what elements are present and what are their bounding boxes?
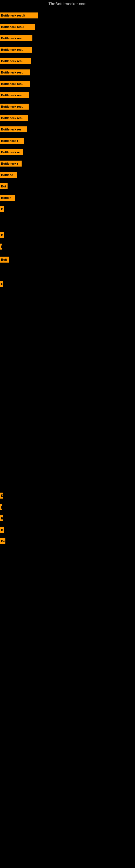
bar-row: E (0, 493, 3, 499)
bar-label: B (0, 232, 4, 238)
bar-row: | (0, 504, 2, 510)
bar-label: Bottleneck resu (0, 35, 32, 41)
bar-label: Bottleneck resu (0, 104, 29, 110)
bar-label: B (0, 527, 4, 533)
bar-label: Bottleneck resu (0, 115, 28, 121)
bar-row: Bottleneck resu (0, 104, 29, 110)
bar-label: Bottleneck resu (0, 92, 29, 98)
bar-label: Bottleneck r (0, 138, 24, 144)
bar-row: Bottleneck resu (0, 115, 28, 121)
bar-label: Bottlene (0, 172, 17, 178)
bar-row: Bottleneck r (0, 161, 21, 166)
bar-row: Bottleneck resu (0, 69, 30, 75)
bar-label: | (0, 244, 2, 250)
bar-row: Bottleneck resu (0, 81, 30, 87)
bar-row: Bo (0, 538, 5, 544)
bar-label: E (0, 516, 3, 521)
site-title: TheBottlenecker.com (0, 0, 135, 7)
bar-label: Bottleneck resu (0, 58, 31, 64)
bar-label: Bott (0, 257, 9, 262)
bar-row: Bottleneck r (0, 138, 24, 144)
bar-row: Bottleneck resul (0, 24, 35, 30)
bar-label: Bottleneck resu (0, 46, 32, 53)
bar-row: Bottleneck res (0, 126, 27, 132)
bar-row: Bottleneck resu (0, 46, 32, 53)
bar-label: Bottleneck r (0, 161, 21, 166)
bar-label: B (0, 206, 4, 212)
bar-row: E (0, 281, 3, 287)
bar-row: Bottlene (0, 172, 17, 178)
bar-row: E (0, 516, 3, 521)
bar-row: Bott (0, 257, 9, 262)
bar-row: Bottleneck resu (0, 58, 31, 64)
bar-label: E (0, 281, 3, 287)
bar-row: B (0, 232, 4, 238)
bar-row: | (0, 244, 2, 250)
bar-label: Bo (0, 538, 5, 544)
bar-row: Bottleneck re (0, 149, 23, 155)
bar-label: E (0, 493, 3, 499)
bar-row: Bot (0, 183, 8, 189)
bar-label: | (0, 504, 2, 510)
bar-row: B (0, 206, 4, 212)
bar-label: Bot (0, 183, 8, 189)
bar-label: Bottleneck resu (0, 81, 30, 87)
bar-label: Bottleneck resul (0, 24, 35, 30)
bar-label: Bottleneck res (0, 126, 27, 132)
bar-row: Bottleneck result (0, 12, 38, 19)
bar-row: Bottleneck resu (0, 35, 32, 41)
bar-label: Bottleneck result (0, 12, 38, 19)
bar-row: Bottleneck resu (0, 92, 29, 98)
bar-label: Bottlen (0, 195, 15, 201)
bar-label: Bottleneck resu (0, 69, 30, 75)
bar-row: Bottlen (0, 195, 15, 201)
bar-row: B (0, 527, 4, 533)
bar-label: Bottleneck re (0, 149, 23, 155)
